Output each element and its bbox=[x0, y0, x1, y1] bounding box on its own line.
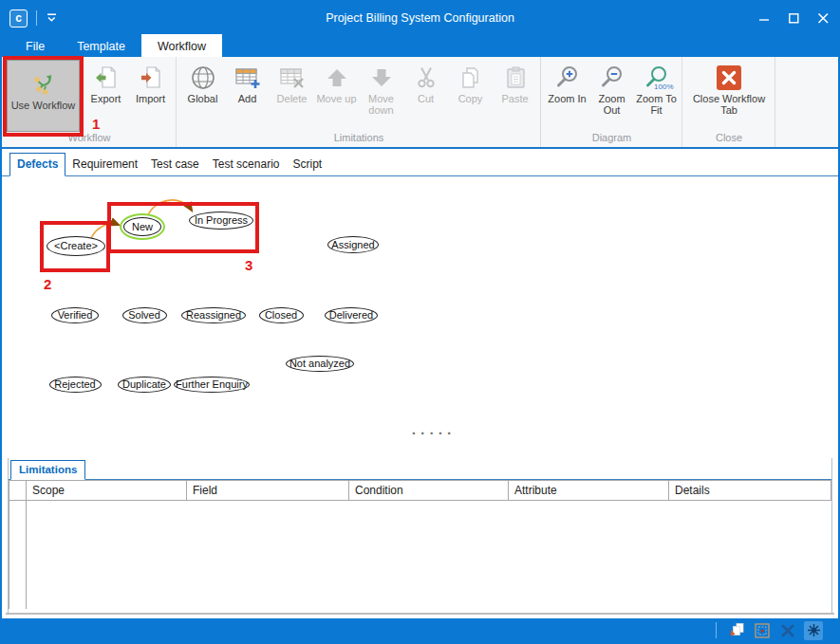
scissors-icon bbox=[414, 63, 439, 93]
workflow-node-assigned[interactable]: Assigned bbox=[327, 236, 379, 253]
zoom-in-button[interactable]: Zoom In bbox=[546, 60, 588, 132]
tab-template[interactable]: Template bbox=[61, 34, 141, 57]
arrow-up-icon bbox=[325, 63, 349, 93]
workflow-node-closed[interactable]: Closed bbox=[259, 307, 304, 323]
transition-arrow bbox=[148, 200, 192, 215]
pages-pointer-icon[interactable] bbox=[727, 621, 746, 640]
workflow-node-further-enquiry[interactable]: Further Enquiry bbox=[174, 377, 250, 393]
button-label: Delete bbox=[277, 94, 308, 105]
tab-limitations[interactable]: Limitations bbox=[10, 460, 85, 480]
cross-icon bbox=[778, 621, 797, 640]
window-title: Project Billing System Configuration bbox=[2, 11, 838, 25]
button-label: Close Workflow Tab bbox=[687, 94, 771, 116]
ribbon-tab-bar: File Template Workflow bbox=[2, 34, 838, 57]
group-label-diagram: Diagram bbox=[545, 132, 679, 147]
app-window: c Project Billing System Configuration F… bbox=[0, 0, 840, 644]
limitations-header-row: Scope Field Condition Attribute Details bbox=[9, 481, 831, 501]
limitations-table: Scope Field Condition Attribute Details bbox=[9, 480, 831, 609]
titlebar: c Project Billing System Configuration bbox=[2, 2, 838, 34]
snowflake-icon[interactable] bbox=[804, 621, 823, 640]
close-workflow-tab-button[interactable]: Close Workflow Tab bbox=[687, 60, 771, 132]
row-selector-header bbox=[9, 481, 27, 501]
tab-requirement[interactable]: Requirement bbox=[65, 154, 144, 175]
selection-frame-icon[interactable] bbox=[753, 621, 772, 640]
column-header-condition: Condition bbox=[349, 481, 509, 501]
group-label-close: Close bbox=[686, 132, 772, 147]
zoom-in-icon bbox=[555, 63, 580, 93]
move-down-button: Move down bbox=[360, 60, 402, 132]
export-icon bbox=[94, 63, 119, 93]
import-button[interactable]: Import bbox=[129, 60, 172, 132]
group-label-workflow: Workflow bbox=[6, 132, 173, 147]
zoom-percent-badge: 100% bbox=[654, 82, 673, 93]
minimize-icon[interactable] bbox=[750, 2, 779, 34]
column-header-field: Field bbox=[187, 481, 349, 501]
close-tab-icon bbox=[717, 63, 741, 93]
tab-defects[interactable]: Defects bbox=[9, 153, 65, 176]
move-up-button: Move up bbox=[315, 60, 358, 132]
button-label: Zoom In bbox=[548, 94, 586, 105]
button-label: Cut bbox=[418, 94, 434, 105]
button-label: Add bbox=[238, 94, 257, 105]
workflow-node-not-analyzed[interactable]: Not analyzed bbox=[286, 356, 354, 372]
button-label: Copy bbox=[458, 94, 483, 105]
workflow-node-in-progress[interactable]: In Progress bbox=[189, 212, 253, 230]
ribbon-group-workflow: Use Workflow Export bbox=[2, 57, 177, 147]
zoom-out-icon bbox=[600, 63, 625, 93]
tab-workflow[interactable]: Workflow bbox=[141, 34, 222, 57]
workflow-diagram-canvas[interactable]: <Create>NewIn ProgressAssignedVerifiedSo… bbox=[2, 176, 838, 458]
tab-file[interactable]: File bbox=[9, 34, 61, 57]
button-label: Paste bbox=[501, 94, 528, 105]
workflow-node-reassigned[interactable]: Reassigned bbox=[181, 307, 246, 323]
limitations-empty-body bbox=[9, 501, 831, 609]
zoom-to-fit-icon: 100% bbox=[644, 63, 669, 93]
tab-test-case[interactable]: Test case bbox=[144, 154, 206, 175]
copy-pages-icon bbox=[458, 63, 483, 93]
ribbon: Use Workflow Export bbox=[2, 57, 838, 149]
diagram-ellipsis: ..... bbox=[410, 423, 455, 437]
button-label: Move down bbox=[360, 94, 402, 116]
ribbon-group-close: Close Workflow Tab Close bbox=[682, 57, 775, 147]
delete-button: Delete bbox=[271, 60, 313, 132]
quick-access-dropdown-icon[interactable] bbox=[46, 13, 58, 23]
window-controls bbox=[750, 2, 838, 34]
button-label: Export bbox=[91, 94, 121, 105]
ribbon-group-diagram: Zoom In Zoom Out bbox=[541, 57, 682, 147]
button-label: Global bbox=[188, 94, 218, 105]
workflow-node-duplicate[interactable]: Duplicate bbox=[118, 377, 171, 393]
button-label: Zoom Out bbox=[590, 94, 633, 116]
workflow-node-solved[interactable]: Solved bbox=[122, 307, 167, 323]
use-workflow-button[interactable]: Use Workflow bbox=[7, 60, 80, 132]
workflow-node-verified[interactable]: Verified bbox=[51, 307, 99, 323]
column-header-scope: Scope bbox=[27, 481, 187, 501]
button-label: Zoom To Fit bbox=[635, 94, 678, 116]
workflow-node-new[interactable]: New bbox=[123, 217, 161, 236]
global-button[interactable]: Global bbox=[181, 60, 224, 132]
close-icon[interactable] bbox=[809, 2, 838, 34]
zoom-out-button[interactable]: Zoom Out bbox=[590, 60, 633, 132]
workflow-node-delivered[interactable]: Delivered bbox=[325, 307, 378, 323]
add-button[interactable]: Add bbox=[226, 60, 269, 132]
group-label-limitations: Limitations bbox=[180, 132, 537, 147]
button-label: Import bbox=[136, 94, 165, 105]
zoom-to-fit-button[interactable]: 100% Zoom To Fit bbox=[635, 60, 678, 132]
globe-icon bbox=[190, 63, 216, 93]
ribbon-group-limitations: Global Add bbox=[177, 57, 541, 147]
button-label: Use Workflow bbox=[11, 101, 76, 112]
column-header-attribute: Attribute bbox=[509, 481, 669, 501]
import-icon bbox=[139, 63, 163, 93]
copy-button: Copy bbox=[449, 60, 492, 132]
tab-script[interactable]: Script bbox=[286, 154, 328, 175]
document-tabstrip: Defects Requirement Test case Test scena… bbox=[2, 149, 838, 176]
tab-test-scenario[interactable]: Test scenario bbox=[206, 154, 287, 175]
workflow-node-rejected[interactable]: Rejected bbox=[49, 377, 102, 393]
maximize-icon[interactable] bbox=[779, 2, 809, 34]
workflow-node-create[interactable]: <Create> bbox=[47, 236, 105, 256]
arrow-down-icon bbox=[369, 63, 394, 93]
app-icon[interactable]: c bbox=[9, 9, 28, 28]
transition-arrow bbox=[91, 224, 119, 238]
export-button[interactable]: Export bbox=[84, 60, 127, 132]
paste-button: Paste bbox=[494, 60, 536, 132]
button-label: Move up bbox=[316, 94, 356, 105]
statusbar-separator bbox=[716, 622, 717, 638]
